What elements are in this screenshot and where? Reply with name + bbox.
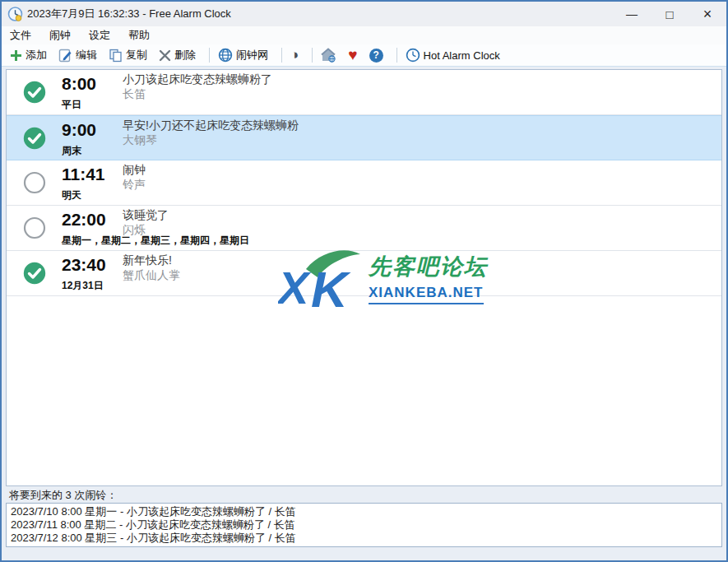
toolbar-separator: [209, 48, 210, 63]
homepage-button[interactable]: [321, 48, 336, 63]
edit-button[interactable]: 编辑: [58, 48, 97, 63]
window-controls: — □ ×: [613, 2, 726, 26]
window-title: 2023年7月9日 16:32:33 - Free Alarm Clock: [27, 7, 231, 21]
home-icon: [321, 48, 336, 63]
help-button[interactable]: ?: [369, 49, 383, 63]
toolbar: 添加 编辑 复制 删除: [2, 44, 726, 67]
edit-icon: [58, 49, 72, 63]
svg-text:K: K: [311, 261, 351, 312]
alarm-days: 周末: [62, 144, 81, 158]
toolbar-separator: [396, 48, 397, 63]
alarm-message: 小刀该起床吃变态辣螺蛳粉了: [123, 72, 272, 87]
upcoming-alarms-box: 2023/7/10 8:00 星期一 - 小刀该起床吃变态辣螺蛳粉了 / 长笛 …: [6, 503, 722, 547]
alarm-row[interactable]: 11:41 明天 闹钟 铃声: [7, 160, 721, 206]
alarm-days: 12月31日: [62, 279, 104, 293]
watermark: X K 先客吧论坛 XIANKEBA.NET: [278, 244, 488, 312]
alarm-time: 8:00: [62, 74, 96, 94]
alarm-days: 平日: [62, 98, 81, 112]
theme-contrast-button[interactable]: ◑: [290, 49, 299, 62]
donate-button[interactable]: ♥: [348, 49, 357, 62]
alarm-message: 早安!小刀还不起床吃变态辣螺蛳粉: [123, 118, 299, 133]
upcoming-alarms-label: 将要到来的 3 次闹铃：: [9, 488, 117, 503]
toolbar-separator: [281, 48, 282, 63]
title-bar[interactable]: 2023年7月9日 16:32:33 - Free Alarm Clock — …: [2, 2, 726, 26]
alarm-row[interactable]: 8:00 平日 小刀该起床吃变态辣螺蛳粉了 长笛: [7, 70, 721, 115]
copy-icon: [109, 49, 123, 63]
alarm-sound: 铃声: [123, 178, 146, 193]
app-clock-icon: [7, 7, 23, 22]
menu-file[interactable]: 文件: [10, 28, 31, 43]
free-alarm-clock-window: 2023年7月9日 16:32:33 - Free Alarm Clock — …: [0, 0, 728, 562]
help-icon: ?: [369, 49, 383, 63]
hot-alarm-clock-icon: [406, 48, 420, 63]
hot-alarm-clock-button[interactable]: Hot Alarm Clock: [406, 48, 500, 63]
alarm-days: 明天: [62, 188, 81, 202]
alarm-days: 星期一，星期二，星期三，星期四，星期日: [62, 234, 249, 248]
delete-button[interactable]: 删除: [159, 48, 196, 63]
alarm-sound: 闪烁: [123, 223, 146, 238]
alarm-time: 22:00: [62, 210, 106, 230]
alarm-disabled-checkbox[interactable]: [23, 171, 46, 194]
alarm-list: 8:00 平日 小刀该起床吃变态辣螺蛳粉了 长笛 9:00 周末 早安!小刀还不…: [6, 69, 722, 486]
upcoming-alarm-item: 2023/7/12 8:00 星期三 - 小刀该起床吃变态辣螺蛳粉了 / 长笛: [11, 532, 717, 545]
watermark-site-url: XIANKEBA.NET: [369, 285, 484, 304]
globe-icon: [218, 48, 233, 63]
upcoming-alarm-item: 2023/7/11 8:00 星期二 - 小刀该起床吃变态辣螺蛳粉了 / 长笛: [11, 518, 717, 532]
add-label: 添加: [26, 48, 47, 63]
contrast-icon: ◑: [290, 49, 299, 62]
copy-button[interactable]: 复制: [109, 48, 147, 63]
alarm-message: 新年快乐!: [123, 253, 172, 268]
alarm-disabled-checkbox[interactable]: [23, 216, 46, 239]
alarm-message: 闹钟: [123, 163, 146, 178]
minimize-button[interactable]: —: [613, 2, 651, 26]
edit-label: 编辑: [76, 48, 97, 63]
alarm-enabled-checkbox[interactable]: [23, 262, 46, 285]
delete-x-icon: [159, 49, 171, 62]
alarm-time: 11:41: [62, 165, 105, 184]
copy-label: 复制: [126, 48, 147, 63]
svg-text:X: X: [278, 262, 312, 312]
watermark-text: 先客吧论坛 XIANKEBA.NET: [369, 252, 488, 304]
add-button[interactable]: 添加: [10, 48, 47, 63]
alarm-row-selected[interactable]: 9:00 周末 早安!小刀还不起床吃变态辣螺蛳粉 大钢琴: [7, 115, 721, 160]
watermark-site-name: 先客吧论坛: [369, 252, 488, 281]
toolbar-separator: [312, 48, 313, 63]
heart-icon: ♥: [348, 49, 357, 62]
alarm-time: 23:40: [62, 255, 106, 275]
maximize-button[interactable]: □: [651, 2, 689, 26]
close-button[interactable]: ×: [689, 2, 726, 26]
menu-alarm[interactable]: 闹钟: [49, 28, 71, 43]
hot-alarm-clock-label: Hot Alarm Clock: [424, 49, 500, 62]
menu-help[interactable]: 帮助: [128, 28, 150, 43]
alarm-enabled-checkbox[interactable]: [23, 127, 46, 150]
alarm-time: 9:00: [62, 120, 96, 140]
delete-label: 删除: [174, 48, 196, 63]
alarm-sound: 长笛: [123, 87, 146, 102]
alarm-web-button[interactable]: 闹钟网: [218, 48, 268, 63]
alarm-web-label: 闹钟网: [236, 48, 268, 63]
alarm-sound: 蟹爪仙人掌: [123, 268, 180, 283]
xiankeba-logo-icon: X K: [278, 244, 364, 312]
alarm-enabled-checkbox[interactable]: [23, 81, 46, 104]
alarm-message: 该睡觉了: [123, 208, 169, 223]
menu-bar: 文件 闹钟 设定 帮助: [2, 26, 726, 44]
upcoming-alarm-item: 2023/7/10 8:00 星期一 - 小刀该起床吃变态辣螺蛳粉了 / 长笛: [11, 505, 717, 518]
plus-icon: [10, 49, 22, 62]
alarm-sound: 大钢琴: [123, 133, 157, 148]
menu-settings[interactable]: 设定: [89, 28, 110, 43]
